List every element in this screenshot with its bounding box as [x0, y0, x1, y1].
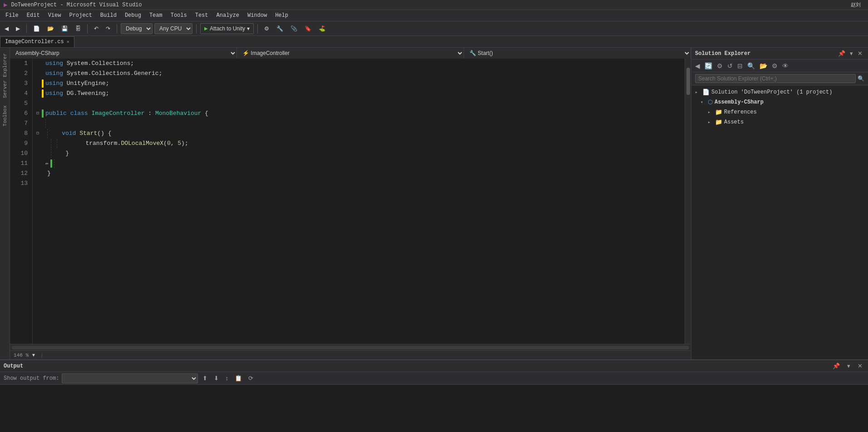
tab-image-controller[interactable]: ImageController.cs ✕: [0, 36, 74, 47]
se-sync-btn[interactable]: 🔄: [703, 61, 714, 70]
toolbar-btn-5[interactable]: ⛳: [316, 25, 328, 33]
server-explorer-tab[interactable]: Server Explorer: [0, 50, 10, 102]
se-settings-btn[interactable]: ⚙: [770, 61, 779, 70]
menu-tools[interactable]: Tools: [167, 11, 191, 20]
se-view-btn[interactable]: 👁: [780, 61, 790, 70]
se-search-input[interactable]: [695, 74, 856, 83]
code-line-13: [36, 179, 681, 189]
se-title: Solution Explorer: [695, 50, 750, 57]
se-close-btn[interactable]: ✕: [856, 49, 864, 58]
solution-explorer: Solution Explorer 📌 ▾ ✕ ◀ 🔄 ⚙ ↺ ⊟ 🔍 📂 ⚙ …: [691, 48, 868, 359]
se-search-bar: 🔍: [691, 72, 868, 85]
line-num-3: 3: [10, 79, 28, 89]
code-line-11: ✏: [36, 159, 681, 169]
output-up-btn[interactable]: ⬆: [201, 374, 209, 382]
se-refresh-btn[interactable]: ↺: [725, 61, 735, 70]
class-dropdown[interactable]: ⚡ ImageController: [237, 48, 464, 59]
new-file-btn[interactable]: 📄: [30, 25, 43, 33]
se-toolbar: ◀ 🔄 ⚙ ↺ ⊟ 🔍 📂 ⚙ 👁: [691, 60, 868, 72]
menu-analyze[interactable]: Analyze: [213, 11, 243, 20]
toolbar-btn-1[interactable]: ⚙: [261, 25, 272, 33]
references-label: References: [724, 109, 757, 115]
code-editor: 1 2 3 4 5 6 7 8 9 10 11 12 13 u: [10, 59, 691, 344]
se-collapse-btn[interactable]: ⊟: [735, 61, 745, 70]
kw-using-2: using: [45, 69, 63, 79]
output-source-dropdown[interactable]: [62, 373, 198, 383]
scrollbar-thumb[interactable]: [686, 68, 690, 95]
menu-help[interactable]: Help: [271, 11, 292, 20]
code-line-10: }: [36, 149, 681, 159]
fold-4: [36, 89, 42, 99]
zoom-bar: 146 % ▼ |: [10, 350, 691, 359]
method-dropdown[interactable]: 🔧 Start(): [464, 48, 691, 59]
save-all-btn[interactable]: 🗄: [73, 25, 84, 33]
vs-logo: ▶: [4, 1, 7, 9]
line-num-8: 8: [10, 129, 28, 139]
tab-close-btn[interactable]: ✕: [67, 39, 69, 45]
tree-assembly-csharp[interactable]: ▾ ⬡ Assembly-CSharp: [691, 97, 868, 107]
se-tree: ▸ 📄 Solution 'DoTweenProject' (1 project…: [691, 85, 868, 359]
attach-to-unity-btn[interactable]: ▶ Attach to Unity ▾: [200, 23, 254, 34]
toolbar-btn-2[interactable]: 🔧: [274, 25, 286, 33]
references-arrow: ▸: [708, 109, 713, 115]
tree-solution[interactable]: ▸ 📄 Solution 'DoTweenProject' (1 project…: [691, 87, 868, 97]
undo-btn[interactable]: ↶: [91, 25, 101, 33]
fold-6[interactable]: ⊟: [36, 109, 42, 119]
editor-scrollbar[interactable]: [685, 59, 691, 344]
references-icon: 📁: [715, 109, 722, 116]
fold-8[interactable]: ⊟: [36, 129, 42, 139]
se-filter-btn[interactable]: 🔍: [745, 61, 757, 70]
toolbar-btn-4[interactable]: 🔖: [302, 25, 314, 33]
back-btn[interactable]: ◀: [2, 25, 11, 33]
menu-view[interactable]: View: [44, 11, 65, 20]
line-numbers: 1 2 3 4 5 6 7 8 9 10 11 12 13: [10, 59, 33, 344]
se-props-btn[interactable]: ⚙: [715, 61, 725, 70]
title-bar: ▶ DoTweenProject - Microsoft Visual Stud…: [0, 0, 868, 10]
attach-dropdown-icon: ▾: [247, 25, 250, 32]
zoom-value: 146 %: [14, 353, 29, 358]
output-updown-btn[interactable]: ↕: [223, 374, 230, 382]
se-dropdown-btn[interactable]: ▾: [848, 49, 855, 58]
forward-btn[interactable]: ▶: [13, 25, 23, 33]
namespace-dropdown[interactable]: Assembly-CSharp: [10, 48, 237, 59]
menu-debug[interactable]: Debug: [121, 11, 145, 20]
platform-dropdown[interactable]: Any CPU: [154, 23, 192, 34]
menu-test[interactable]: Test: [192, 11, 212, 20]
line-num-4: 4: [10, 89, 28, 99]
redo-btn[interactable]: ↷: [103, 25, 113, 33]
toolbar: ◀ ▶ 📄 📂 💾 🗄 ↶ ↷ Debug Any CPU ▶ Attach t…: [0, 21, 868, 36]
menu-team[interactable]: Team: [146, 11, 166, 20]
code-content[interactable]: using System.Collections; using System.C…: [33, 59, 685, 344]
menu-edit[interactable]: Edit: [23, 11, 44, 20]
output-wrap-btn[interactable]: ⟳: [247, 374, 255, 382]
zoom-dropdown-btn[interactable]: ▼: [30, 353, 37, 358]
line-num-13: 13: [10, 179, 28, 189]
menu-build[interactable]: Build: [97, 11, 120, 20]
output-pin-btn[interactable]: 📌: [831, 362, 842, 370]
output-title: Output: [4, 363, 23, 369]
se-pin-btn[interactable]: 📌: [836, 49, 847, 58]
output-close-btn[interactable]: ✕: [856, 362, 864, 370]
toolbox-tab[interactable]: Toolbox: [0, 102, 10, 130]
tree-references[interactable]: ▸ 📁 References: [691, 107, 868, 117]
line-num-5: 5: [10, 99, 28, 109]
toolbar-btn-3[interactable]: 📎: [288, 25, 300, 33]
title-text: DoTweenProject - Microsoft Visual Studio: [11, 2, 142, 8]
menu-project[interactable]: Project: [65, 11, 95, 20]
menu-file[interactable]: File: [2, 11, 22, 20]
main-area: Server Explorer Toolbox Assembly-CSharp …: [0, 48, 868, 359]
menu-window[interactable]: Window: [244, 11, 271, 20]
code-line-3: using UnityEngine;: [36, 79, 681, 89]
line-num-10: 10: [10, 149, 28, 159]
output-clear-btn[interactable]: 📋: [233, 374, 244, 382]
output-dropdown-btn[interactable]: ▾: [845, 362, 852, 370]
output-down-btn[interactable]: ⬇: [212, 374, 221, 382]
open-btn[interactable]: 📂: [44, 25, 57, 33]
yellow-indicator-4: [42, 89, 44, 98]
tree-assets[interactable]: ▸ 📁 Assets: [691, 117, 868, 127]
se-back-btn[interactable]: ◀: [693, 61, 702, 70]
debug-config-dropdown[interactable]: Debug: [121, 23, 153, 34]
save-btn[interactable]: 💾: [59, 25, 71, 33]
se-show-all-btn[interactable]: 📂: [758, 61, 769, 70]
h-scrollbar[interactable]: [10, 344, 691, 350]
